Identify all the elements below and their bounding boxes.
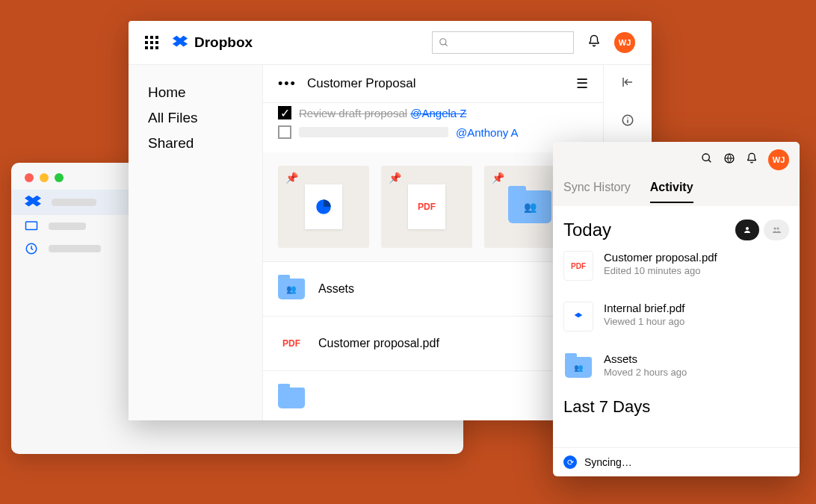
activity-title: Customer proposal.pdf — [604, 251, 717, 264]
svg-point-2 — [440, 39, 446, 45]
pdf-icon: PDF — [278, 330, 305, 357]
activity-tabs: Sync History Activity — [563, 170, 789, 203]
finder-item-label — [49, 245, 101, 252]
svg-point-5 — [627, 117, 628, 119]
pinned-tiles: 📌 📌 PDF 📌 👥 — [263, 152, 603, 261]
minimize-icon[interactable] — [40, 173, 49, 182]
app-grid-icon[interactable] — [145, 36, 158, 49]
brand[interactable]: Dropbox — [172, 34, 253, 51]
pin-icon: 📌 — [285, 172, 298, 184]
activity-subtitle: Moved 2 hours ago — [604, 367, 687, 378]
activity-item[interactable]: Internal brief.pdf Viewed 1 hour ago — [563, 291, 789, 342]
tab-activity[interactable]: Activity — [650, 181, 693, 203]
avatar[interactable]: WJ — [614, 32, 635, 53]
menu-icon[interactable]: ☰ — [576, 75, 588, 92]
avatar[interactable]: WJ — [768, 149, 789, 170]
search-icon — [439, 37, 449, 48]
file-name: Assets — [318, 282, 354, 296]
sync-status: ⟳ Syncing… — [553, 447, 800, 476]
svg-point-6 — [702, 154, 709, 161]
task-row[interactable]: ✓ Review draft proposal @Angela Z — [263, 103, 603, 122]
sidebar-item-all-files[interactable]: All Files — [148, 110, 243, 126]
sync-icon: ⟳ — [563, 455, 577, 469]
activity-subtitle: Edited 10 minutes ago — [604, 265, 717, 276]
search-input[interactable] — [432, 31, 574, 54]
brand-name: Dropbox — [194, 34, 253, 51]
checkbox-checked-icon[interactable]: ✓ — [278, 106, 291, 119]
pin-icon: 📌 — [492, 172, 504, 184]
file-row[interactable]: PDF Customer proposal.pdf — [263, 316, 603, 370]
collapse-icon[interactable] — [621, 75, 634, 93]
dropbox-icon — [25, 194, 41, 211]
filter-team-button[interactable] — [764, 220, 789, 240]
svg-point-9 — [774, 228, 776, 230]
activity-title: Assets — [604, 352, 687, 365]
file-name: Customer proposal.pdf — [318, 337, 439, 350]
file-row[interactable] — [263, 370, 603, 420]
svg-point-8 — [746, 227, 749, 230]
header: Dropbox WJ — [129, 21, 652, 65]
pdf-icon: PDF — [563, 251, 593, 281]
pinned-tile[interactable]: 📌 — [278, 166, 369, 248]
task-mention[interactable]: @Anthony A — [456, 126, 519, 139]
desktop-icon — [25, 220, 38, 233]
pinned-tile[interactable]: 📌 PDF — [381, 166, 472, 248]
chart-icon — [314, 197, 333, 217]
task-text: Review draft proposal @Angela Z — [299, 107, 467, 119]
finder-item-label — [52, 199, 96, 206]
svg-point-10 — [777, 228, 779, 230]
more-icon[interactable]: ••• — [278, 76, 297, 92]
page-title: Customer Proposal — [307, 76, 416, 91]
file-row[interactable]: 👥 Assets — [263, 261, 603, 316]
notifications-icon[interactable] — [587, 34, 601, 52]
finder-item-label — [49, 223, 86, 230]
doc-icon — [305, 184, 342, 229]
task-placeholder — [299, 127, 448, 137]
activity-toolbar: WJ — [563, 149, 789, 170]
last-7-days-label: Last 7 Days — [563, 397, 789, 417]
sidebar-item-shared[interactable]: Shared — [148, 135, 243, 152]
search-icon[interactable] — [701, 152, 713, 167]
pin-icon: 📌 — [389, 172, 401, 184]
dropbox-logo-icon — [172, 34, 188, 51]
activity-body: Today PDF Customer proposal.pdf Edited 1… — [553, 206, 800, 447]
tasks: ✓ Review draft proposal @Angela Z @Antho… — [263, 103, 603, 152]
activity-section-header: Today — [563, 220, 789, 240]
activity-item[interactable]: PDF Customer proposal.pdf Edited 10 minu… — [563, 240, 789, 291]
notifications-icon[interactable] — [746, 152, 758, 167]
sync-label: Syncing… — [584, 456, 632, 468]
tab-sync-history[interactable]: Sync History — [563, 181, 631, 203]
globe-icon[interactable] — [723, 152, 735, 167]
activity-panel: WJ Sync History Activity Today PDF Custo… — [553, 142, 800, 476]
recents-icon — [25, 242, 38, 255]
filter-me-button[interactable] — [735, 220, 759, 240]
folder-icon: 👥 — [278, 276, 305, 302]
close-icon[interactable] — [25, 173, 34, 182]
pdf-icon: PDF — [408, 184, 445, 229]
activity-title: Internal brief.pdf — [604, 302, 684, 314]
task-row[interactable]: @Anthony A — [263, 122, 603, 142]
sidebar: Home All Files Shared — [129, 65, 263, 420]
info-icon[interactable] — [621, 113, 634, 131]
activity-subtitle: Viewed 1 hour ago — [604, 316, 684, 327]
folder-icon — [278, 385, 305, 411]
today-label: Today — [563, 220, 611, 240]
svg-rect-0 — [26, 222, 37, 230]
shared-folder-icon: 👥 — [508, 190, 551, 223]
activity-item[interactable]: 👥 Assets Moved 2 hours ago — [563, 342, 789, 393]
content-header: ••• Customer Proposal ☰ — [263, 65, 603, 103]
folder-icon: 👥 — [563, 352, 593, 382]
checkbox-icon[interactable] — [278, 125, 291, 139]
maximize-icon[interactable] — [55, 173, 64, 182]
sidebar-item-home[interactable]: Home — [148, 84, 243, 101]
dropbox-file-icon — [563, 302, 593, 332]
